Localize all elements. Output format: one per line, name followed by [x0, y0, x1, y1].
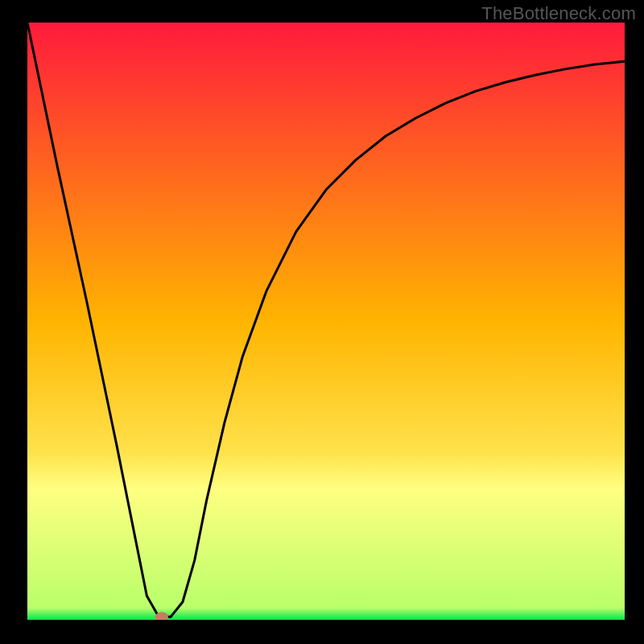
chart-frame: TheBottleneck.com: [0, 0, 644, 644]
watermark-text: TheBottleneck.com: [481, 3, 636, 24]
gradient-background: [27, 23, 625, 620]
chart-svg: [27, 23, 625, 620]
plot-area: [27, 23, 625, 620]
